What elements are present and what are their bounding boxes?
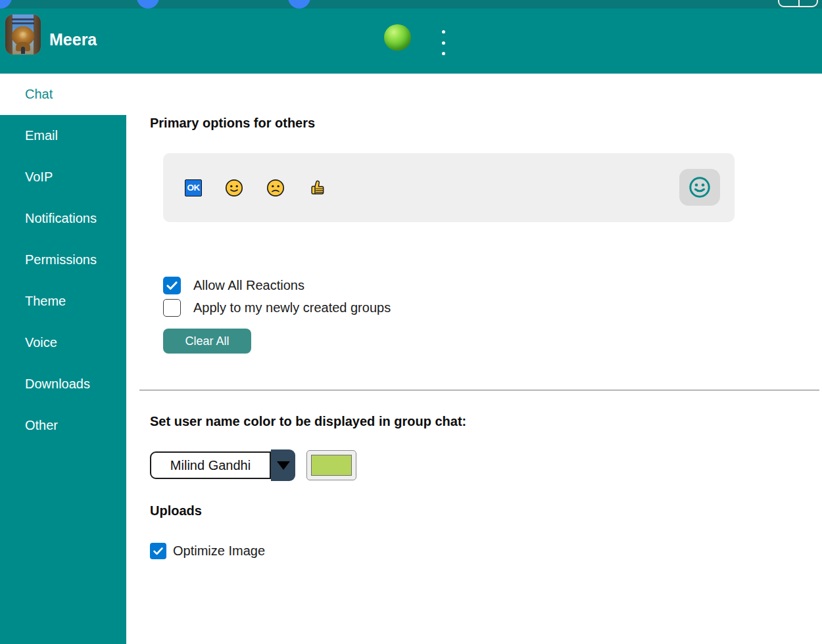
username-color-swatch <box>311 455 352 476</box>
color-swatch-button[interactable] <box>306 450 356 480</box>
ok-emoji[interactable]: OK <box>185 179 202 196</box>
apply-newly-created-checkbox[interactable] <box>163 299 181 317</box>
allow-all-reactions-checkbox[interactable] <box>163 277 181 294</box>
uploads-heading: Uploads <box>150 503 202 518</box>
user-avatar[interactable] <box>5 14 41 55</box>
add-reaction-button[interactable] <box>679 169 720 206</box>
user-select-dropdown[interactable]: Milind Gandhi <box>150 449 295 481</box>
frowning-face-emoji[interactable] <box>266 179 285 197</box>
sidebar-item-chat[interactable]: Chat <box>0 74 126 115</box>
window-controls[interactable] <box>778 0 818 7</box>
avatar-art <box>12 22 34 24</box>
lion-image <box>19 32 27 39</box>
username-color-heading: Set user name color to be displayed in g… <box>150 414 466 429</box>
optimize-image-label: Optimize Image <box>173 543 265 559</box>
sidebar-item-notifications[interactable]: Notifications <box>0 198 126 239</box>
dropdown-arrow-button[interactable] <box>271 449 295 481</box>
teal-smiley-icon <box>688 175 712 199</box>
sidebar-item-voip[interactable]: VoIP <box>0 156 126 198</box>
avatar-art <box>12 18 34 20</box>
username-color-controls: Milind Gandhi <box>150 449 356 481</box>
blue-circle-decoration <box>288 0 310 9</box>
apply-newly-created-label: Apply to my newly created groups <box>193 300 391 315</box>
apply-newly-created-row: Apply to my newly created groups <box>163 299 391 317</box>
optimize-image-row: Optimize Image <box>150 543 265 559</box>
allow-all-reactions-row: Allow All Reactions <box>163 277 304 294</box>
clear-all-button[interactable]: Clear All <box>163 329 251 354</box>
chevron-down-icon <box>277 461 290 470</box>
profile-name: Meera <box>49 30 97 49</box>
reactions-panel: OK <box>163 153 735 222</box>
top-strip <box>0 0 822 9</box>
sidebar-item-theme[interactable]: Theme <box>0 281 126 322</box>
sidebar-item-downloads[interactable]: Downloads <box>0 363 126 405</box>
sidebar-item-permissions[interactable]: Permissions <box>0 239 126 281</box>
sidebar-item-other[interactable]: Other <box>0 405 126 446</box>
sidebar-item-label: Chat <box>25 87 53 102</box>
optimize-image-checkbox[interactable] <box>150 543 166 559</box>
sidebar-item-email[interactable]: Email <box>0 115 126 156</box>
slightly-smiling-face-emoji[interactable] <box>225 179 243 197</box>
selected-user-value[interactable]: Milind Gandhi <box>150 451 271 479</box>
section-divider <box>139 390 819 391</box>
reaction-emoji-row: OK <box>185 153 327 222</box>
kebab-menu-icon[interactable] <box>440 29 447 57</box>
avatar-art <box>21 47 25 54</box>
sidebar-item-voice[interactable]: Voice <box>0 322 126 363</box>
primary-options-heading: Primary options for others <box>150 116 315 131</box>
allow-all-reactions-label: Allow All Reactions <box>193 278 304 293</box>
checkmark-icon <box>165 279 179 292</box>
blue-circle-decoration <box>0 0 12 9</box>
thumbs-up-emoji[interactable] <box>308 178 327 197</box>
green-status-ball[interactable] <box>384 24 411 51</box>
settings-sidebar: Email VoIP Notifications Permissions The… <box>0 115 126 644</box>
blue-circle-decoration <box>137 0 159 9</box>
checkmark-icon <box>152 545 164 557</box>
avatar-art <box>34 14 41 55</box>
header-bar: Meera <box>0 9 822 74</box>
